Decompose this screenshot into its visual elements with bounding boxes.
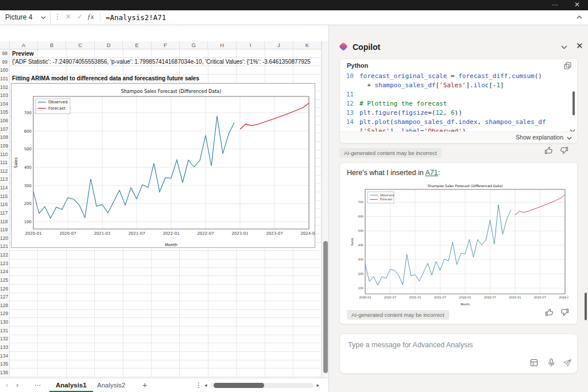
thumbs-down-icon[interactable] bbox=[559, 146, 568, 155]
vertical-scrollbar[interactable] bbox=[322, 41, 328, 378]
row-header[interactable]: 99 bbox=[0, 58, 9, 67]
chevron-down-icon[interactable] bbox=[567, 137, 572, 140]
copy-code-icon[interactable] bbox=[564, 62, 571, 69]
row-header[interactable]: 102 bbox=[0, 83, 9, 92]
row-header[interactable]: 107 bbox=[0, 125, 9, 134]
cell-text[interactable]: {'ADF Statistic': -7.249074055553856, 'p… bbox=[12, 59, 320, 65]
cell-reference-link[interactable]: A71 bbox=[425, 169, 438, 177]
row-header[interactable]: 120 bbox=[0, 234, 9, 243]
window-close-icon[interactable]: ✕ bbox=[574, 1, 580, 9]
embedded-chart[interactable]: 1002003004005006007002020-012020-072021-… bbox=[11, 83, 315, 248]
window-more-icon[interactable]: ⋯ bbox=[552, 1, 558, 9]
row-header[interactable]: 115 bbox=[0, 192, 9, 201]
name-box-menu-icon[interactable]: ⋮ bbox=[54, 13, 61, 21]
cell-text[interactable]: Preview bbox=[12, 51, 320, 57]
row-header[interactable]: 110 bbox=[0, 150, 9, 159]
more-sheets-icon[interactable]: ⋯ bbox=[34, 378, 42, 392]
row-header[interactable]: 104 bbox=[0, 100, 9, 108]
show-explanation-button[interactable]: Show explanation bbox=[516, 134, 563, 141]
column-header[interactable]: G bbox=[180, 41, 208, 49]
row-header[interactable]: 119 bbox=[0, 226, 9, 234]
add-sheet-button[interactable]: + bbox=[142, 378, 147, 392]
row-header[interactable]: 101 bbox=[0, 75, 9, 83]
code-scrollbar-thumb[interactable] bbox=[572, 91, 575, 115]
row-header[interactable]: 129 bbox=[0, 309, 9, 318]
column-header[interactable]: F bbox=[152, 41, 180, 49]
cell-text[interactable]: Fitting ARIMA model to differenced data … bbox=[12, 75, 320, 81]
row-header[interactable]: 109 bbox=[0, 142, 9, 150]
scroll-left-icon[interactable]: ◂ bbox=[204, 378, 207, 392]
enter-icon[interactable]: ✓ bbox=[77, 13, 83, 21]
mic-icon[interactable] bbox=[547, 358, 556, 367]
vertical-scrollbar-thumb[interactable] bbox=[323, 241, 328, 373]
thumbs-up-icon[interactable] bbox=[544, 146, 554, 155]
row-header[interactable]: 131 bbox=[0, 327, 9, 335]
row-header[interactable]: 132 bbox=[0, 335, 9, 343]
insert-in-sheet-icon[interactable] bbox=[529, 358, 539, 367]
row-header[interactable]: 108 bbox=[0, 133, 9, 142]
thumbs-up-icon[interactable] bbox=[545, 308, 554, 317]
thumbs-down-icon[interactable] bbox=[560, 308, 569, 317]
insert-function-icon[interactable]: ƒx bbox=[87, 13, 94, 21]
send-icon[interactable] bbox=[563, 358, 572, 368]
sheet-tab-analysis1[interactable]: Analysis1 bbox=[49, 378, 93, 392]
sheet-menu-icon[interactable]: ⋮ bbox=[195, 378, 202, 392]
svg-text:300: 300 bbox=[358, 258, 363, 261]
horizontal-scrollbar[interactable]: ◂ ▸ bbox=[203, 378, 320, 392]
row-header[interactable]: 117 bbox=[0, 209, 9, 218]
row-header[interactable]: 122 bbox=[0, 251, 9, 259]
chevron-down-icon[interactable] bbox=[41, 16, 46, 20]
row-header[interactable]: 112 bbox=[0, 167, 9, 176]
row-header[interactable]: 116 bbox=[0, 200, 9, 209]
row-header[interactable]: 135 bbox=[0, 360, 9, 368]
svg-text:2023-07: 2023-07 bbox=[534, 296, 546, 299]
expand-formula-bar-icon[interactable] bbox=[577, 15, 582, 19]
svg-text:600: 600 bbox=[24, 129, 32, 134]
row-header[interactable]: 126 bbox=[0, 285, 9, 293]
name-box[interactable]: Picture 4 bbox=[0, 10, 51, 25]
row-header[interactable]: 134 bbox=[0, 352, 9, 360]
select-all-corner[interactable] bbox=[0, 41, 10, 49]
row-header[interactable]: 114 bbox=[0, 184, 9, 192]
next-sheet-icon[interactable]: › bbox=[16, 378, 18, 392]
row-header[interactable]: 127 bbox=[0, 293, 9, 301]
row-header[interactable]: 136 bbox=[0, 368, 9, 377]
row-header[interactable]: 125 bbox=[0, 276, 9, 285]
horizontal-scrollbar-thumb[interactable] bbox=[214, 383, 264, 388]
row-header[interactable]: 121 bbox=[0, 242, 9, 251]
row-header[interactable]: 123 bbox=[0, 259, 9, 268]
row-header[interactable]: 103 bbox=[0, 91, 9, 100]
close-panel-icon[interactable]: ✕ bbox=[576, 41, 583, 51]
row-header[interactable]: 111 bbox=[0, 158, 9, 167]
row-header[interactable]: 118 bbox=[0, 218, 9, 226]
row-header[interactable]: 105 bbox=[0, 108, 9, 117]
row-header[interactable]: 130 bbox=[0, 318, 9, 327]
panel-scrollbar-thumb[interactable] bbox=[585, 293, 587, 320]
column-header[interactable]: D bbox=[95, 41, 123, 49]
column-header[interactable]: C bbox=[66, 41, 94, 49]
message-input[interactable] bbox=[343, 337, 573, 357]
sheet-tab-analysis2[interactable]: Analysis2 bbox=[91, 378, 131, 392]
column-header[interactable]: I bbox=[237, 41, 265, 49]
row-header[interactable]: 113 bbox=[0, 175, 9, 184]
row-header[interactable]: 133 bbox=[0, 343, 9, 352]
code-line: 10forecast_original_scale = forecast_dif… bbox=[340, 72, 577, 81]
row-header[interactable]: 124 bbox=[0, 267, 9, 276]
column-header[interactable]: A bbox=[10, 41, 38, 49]
column-header[interactable]: K bbox=[293, 41, 322, 49]
cancel-icon[interactable]: ✕ bbox=[65, 13, 71, 21]
row-header[interactable]: 106 bbox=[0, 117, 9, 125]
column-header[interactable]: E bbox=[123, 41, 151, 49]
horizontal-scrollbar-track[interactable] bbox=[210, 383, 314, 388]
row-header[interactable]: 100 bbox=[0, 66, 9, 75]
column-header[interactable]: H bbox=[208, 41, 236, 49]
prev-sheet-icon[interactable]: ‹ bbox=[6, 378, 8, 392]
formula-input[interactable]: =Analysis2!A71 bbox=[106, 13, 166, 22]
code-block[interactable]: 10forecast_original_scale = forecast_dif… bbox=[340, 72, 577, 131]
column-header[interactable]: B bbox=[38, 41, 66, 49]
column-header[interactable]: J bbox=[265, 41, 293, 49]
collapse-panel-icon[interactable] bbox=[561, 45, 567, 49]
scroll-right-icon[interactable]: ▸ bbox=[316, 378, 319, 392]
row-header[interactable]: 98 bbox=[0, 49, 9, 58]
row-header[interactable]: 128 bbox=[0, 301, 9, 310]
